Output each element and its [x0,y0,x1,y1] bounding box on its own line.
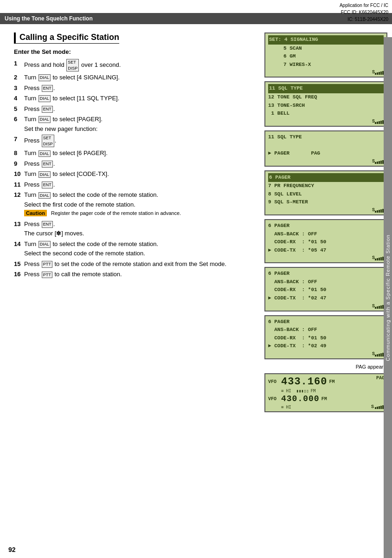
vfo-label-2: VFO [268,396,281,402]
step-text: Turn DIAL to select the code of the remo… [24,190,251,218]
fcc-line1: Application for FCC / IC [340,3,388,8]
ptt-icon: PTT [42,272,52,279]
list-item: 1 Press and hold SETDISP over 1 second. [14,59,251,71]
dial-icon: DIAL [39,116,51,123]
page-number: 92 [8,546,16,553]
lcd-bottom: S [268,119,384,124]
lcd-screen-2: 11 SQL TYPE 12 TONE SQL FREQ 13 TONE-SRC… [264,81,387,126]
step-text: Press ENT. The cursor [✽] moves. [24,220,251,238]
lcd-line: ANS-BACK : OFF [268,278,384,286]
vfo-freq-2: 430.000 [281,394,320,403]
signal-bars [375,257,384,260]
lcd-line: 1 BELL [268,110,384,118]
vfo-sub-indicators: ≡ HI ▮▮▮▯▯ [281,389,309,393]
step-num: 11 [14,180,24,189]
dial-icon: DIAL [39,150,51,157]
vfo-signal-row: S [371,404,384,409]
list-item: 11 Press ENT. [14,180,251,189]
lcd-bottom: S [268,208,384,213]
lcd-bottom: S [268,255,384,260]
step-text: Turn DIAL to select [CODE-TX]. [24,169,251,179]
signal-bars [375,305,384,309]
lcd-screen-1: SET: 4 SIGNALING 5 SCAN 6 GM 7 WIRES-X S [264,32,387,78]
step-num: 5 [14,104,24,114]
lcd-line: 13 TONE-SRCH [268,102,384,110]
step-num: 8 [14,149,24,158]
lcd-line: 11 SQL TYPE [268,133,384,142]
list-item: 8 Turn DIAL to select [6 PAGER]. [14,149,251,158]
step-text: Press ENT. [24,180,251,189]
lcd-line: ANS-BACK : OFF [268,230,384,239]
lcd-screen-4: 6 PAGER 7 PR FREQUNENCY 8 SQL LEVEL 9 SQ… [264,170,387,215]
step-num: 6 [14,115,24,133]
step-text: Press SETDISP. [24,135,251,147]
signal-bars-vfo [375,405,384,409]
step-list: 1 Press and hold SETDISP over 1 second. … [14,59,251,279]
lcd-line: ANS-BACK : OFF [268,326,384,334]
step-text: Press and hold SETDISP over 1 second. [24,59,251,71]
lcd-screen-5: 6 PAGER ANS-BACK : OFF CODE-RX : *01 50 … [264,219,387,263]
vfo-sub-indicators-2: ≡ HI [281,405,291,409]
fcc-line2: FCC ID: K6620445X20 [341,10,388,15]
step-text: Press PTT to set the code of the remote … [24,260,251,269]
ent-icon: ENT [42,161,53,168]
step-text: Press ENT. [24,159,251,169]
vfo-fm-badge: FM [311,389,316,393]
list-item: 5 Press ENT. [14,104,251,114]
step-extra: Select the second code of the remote sta… [24,249,251,258]
lcd-line: ► CODE-TX : *02 49 [268,342,384,350]
fcc-line3: IC: 511B-20445X20 [347,17,388,22]
step-num: 2 [14,73,24,82]
lcd-line: 6 GM [268,52,384,61]
dial-icon: DIAL [39,171,51,178]
lcd-line: 6 PAGER [268,270,384,278]
step-num: 9 [14,159,24,169]
lcd-screen-6: 6 PAGER ANS-BACK : OFF CODE-RX : *01 50 … [264,267,387,311]
signal-s-icon-vfo: S [371,404,374,409]
lcd-line: 7 WIRES-X [268,61,384,69]
set-disp-icon: SETDISP [42,135,54,147]
ent-icon: ENT [42,85,53,92]
lcd-line: 6 PAGER [268,222,384,230]
lcd-line-highlighted: 6 PAGER [268,173,384,182]
step-extra: Set the new pager function: [24,124,251,134]
lcd-line: 6 PAGER [268,318,384,326]
lcd-bottom: S [268,304,384,309]
signal-bars [375,209,384,213]
caution-text: Register the pager code of the remote st… [51,210,181,216]
signal-bars [375,120,384,124]
step-num: 12 [14,190,24,218]
lcd-line: ► CODE-TX : *02 47 [268,294,384,303]
side-label-container: Communicating with a Specific Remote Sta… [384,37,392,558]
list-item: 15 Press PTT to set the code of the remo… [14,260,251,269]
step-text: Turn DIAL to select the code of the remo… [24,240,251,258]
step-num: 16 [14,270,24,279]
vfo-freq-1: 433.160 [281,376,327,388]
header-title: Using the Tone Squelch Function [5,15,93,22]
step-num: 14 [14,240,24,258]
ent-icon: ENT [42,221,53,228]
left-column: Calling a Specific Station Enter the Set… [0,29,260,416]
lcd-line: CODE-RX : *01 50 [268,286,384,294]
vfo-panel: PAG VFO 433.160 FM ≡ HI ▮▮▮▯▯ FM VFO 430… [264,373,387,412]
vfo-label-1: VFO [268,379,281,384]
dial-icon: DIAL [39,95,51,102]
step-extra: The cursor [✽] moves. [24,229,251,238]
section-title: Calling a Specific Station [14,32,119,44]
ent-icon: ENT [42,106,53,113]
step-extra: Select the first code of the remote stat… [24,200,251,209]
lcd-screen-3: 11 SQL TYPE ► PAGER PAG S [264,130,387,167]
list-item: 2 Turn DIAL to select [4 SIGNALING]. [14,73,251,82]
lcd-line: CODE-RX : *01 50 [268,334,384,343]
list-item: 12 Turn DIAL to select the code of the r… [14,190,251,218]
step-num: 10 [14,169,24,179]
step-text: Turn DIAL to select [11 SQL TYPE]. [24,94,251,103]
step-text: Turn DIAL to select [PAGER]. Set the new… [24,115,251,133]
lcd-line: 9 SQL S-METER [268,198,384,207]
list-item: 14 Turn DIAL to select the code of the r… [14,240,251,258]
list-item: 16 Press PTT to call the remote station. [14,270,251,279]
lcd-bottom: S [268,159,384,164]
ent-icon: ENT [42,182,53,188]
lcd-line: 8 SQL LEVEL [268,190,384,199]
list-item: 6 Turn DIAL to select [PAGER]. Set the n… [14,115,251,133]
